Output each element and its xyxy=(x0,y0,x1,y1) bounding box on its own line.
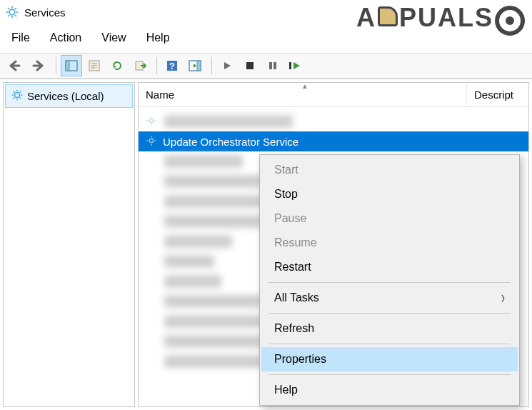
properties-button[interactable] xyxy=(84,55,105,76)
gear-icon xyxy=(146,115,159,129)
menu-file[interactable]: File xyxy=(11,31,30,44)
context-menu-restart[interactable]: Restart xyxy=(261,255,518,279)
context-menu-separator xyxy=(268,282,511,283)
svg-rect-23 xyxy=(289,62,291,69)
list-item[interactable] xyxy=(139,111,528,131)
sort-indicator-icon: ▲ xyxy=(301,82,308,90)
menu-label: Pause xyxy=(274,212,306,225)
gear-icon xyxy=(146,135,159,149)
back-button[interactable] xyxy=(6,55,27,76)
toolbar-separator xyxy=(211,57,212,74)
svg-point-33 xyxy=(149,119,153,122)
context-menu-properties[interactable]: Properties xyxy=(261,347,518,371)
svg-line-31 xyxy=(14,97,15,99)
svg-line-30 xyxy=(19,97,21,99)
menu-label: Start xyxy=(274,164,298,176)
context-menu-resume: Resume xyxy=(261,231,518,255)
svg-line-7 xyxy=(8,15,9,16)
column-header-description[interactable]: Descript xyxy=(467,84,528,105)
sidebar-item-services-local[interactable]: Services (Local) xyxy=(5,84,133,108)
show-hide-action-pane-button[interactable] xyxy=(184,55,206,76)
column-headers: ▲ Name Descript xyxy=(139,83,528,107)
menu-label: Refresh xyxy=(274,322,314,335)
context-menu-separator xyxy=(268,344,511,344)
toolbar-separator xyxy=(156,57,157,74)
gear-icon xyxy=(11,89,23,103)
svg-text:?: ? xyxy=(169,61,175,71)
blurred-text xyxy=(164,255,214,268)
svg-line-5 xyxy=(8,8,9,9)
svg-rect-22 xyxy=(273,62,276,69)
svg-rect-21 xyxy=(269,62,272,69)
title-bar: Services xyxy=(0,0,532,24)
blurred-text xyxy=(164,275,221,288)
svg-point-38 xyxy=(149,139,153,142)
sidebar-item-label: Services (Local) xyxy=(27,90,104,102)
refresh-button[interactable] xyxy=(106,55,128,76)
menu-help[interactable]: Help xyxy=(146,31,170,44)
menu-bar: File Action View Help xyxy=(0,24,532,53)
context-menu-start: Start xyxy=(261,158,518,182)
sidebar: Services (Local) xyxy=(3,82,135,407)
svg-rect-10 xyxy=(66,61,69,71)
blurred-text xyxy=(164,295,264,308)
blurred-text xyxy=(164,175,264,188)
menu-label: Restart xyxy=(274,261,311,274)
services-app-icon xyxy=(6,6,19,19)
context-menu-stop[interactable]: Stop xyxy=(261,182,518,206)
menu-label: All Tasks xyxy=(274,291,319,304)
svg-line-6 xyxy=(15,15,16,16)
svg-line-29 xyxy=(14,91,15,93)
restart-service-button[interactable] xyxy=(285,55,306,76)
toolbar: ? xyxy=(0,53,532,79)
menu-action[interactable]: Action xyxy=(50,31,81,44)
menu-label: Resume xyxy=(274,236,317,249)
blurred-text xyxy=(164,195,271,208)
show-hide-tree-button[interactable] xyxy=(61,55,82,76)
window-title: Services xyxy=(24,6,66,19)
blurred-text xyxy=(164,315,271,328)
list-item-selected[interactable]: Update Orchestrator Service xyxy=(139,131,528,151)
svg-line-8 xyxy=(15,8,16,9)
menu-view[interactable]: View xyxy=(101,31,126,44)
help-button[interactable]: ? xyxy=(161,55,183,76)
start-service-button[interactable] xyxy=(216,55,238,76)
context-menu-all-tasks[interactable]: All Tasks xyxy=(261,286,518,310)
svg-rect-20 xyxy=(246,62,254,69)
export-list-button[interactable] xyxy=(129,55,151,76)
service-name: Update Orchestrator Service xyxy=(163,136,298,148)
menu-label: Help xyxy=(274,384,298,396)
menu-label: Stop xyxy=(274,188,298,201)
context-menu-separator xyxy=(268,313,511,314)
blurred-text xyxy=(164,155,243,168)
blurred-text xyxy=(164,235,232,248)
toolbar-separator xyxy=(56,57,56,74)
context-menu-refresh[interactable]: Refresh xyxy=(261,316,518,341)
context-menu-separator xyxy=(268,374,511,375)
context-menu-help[interactable]: Help xyxy=(261,378,518,402)
menu-label: Properties xyxy=(274,353,326,366)
context-menu: Start Stop Pause Resume Restart All Task… xyxy=(259,154,520,406)
svg-line-32 xyxy=(19,91,21,93)
context-menu-pause: Pause xyxy=(261,206,518,231)
forward-button[interactable] xyxy=(29,55,50,76)
blurred-text xyxy=(164,115,293,128)
stop-service-button[interactable] xyxy=(239,55,261,76)
pause-service-button[interactable] xyxy=(262,55,283,76)
svg-point-0 xyxy=(9,9,15,15)
svg-rect-19 xyxy=(197,61,201,71)
svg-point-24 xyxy=(15,93,20,98)
